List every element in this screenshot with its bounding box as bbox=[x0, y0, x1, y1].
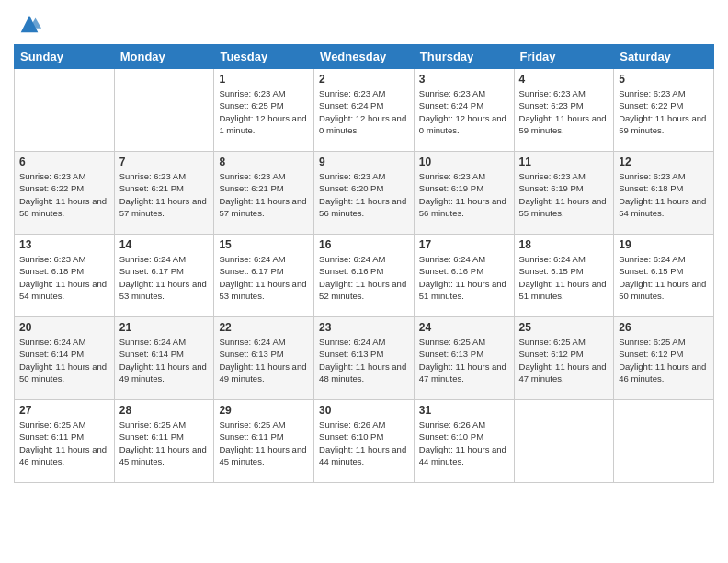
day-number: 3 bbox=[419, 73, 509, 86]
day-number: 26 bbox=[619, 321, 709, 334]
sunrise-text: Sunrise: 6:24 AM bbox=[119, 336, 210, 348]
sunrise-text: Sunrise: 6:23 AM bbox=[519, 87, 609, 99]
sunset-text: Sunset: 6:13 PM bbox=[419, 348, 509, 360]
daylight-text: Daylight: 11 hours and 49 minutes. bbox=[219, 361, 309, 385]
sunrise-text: Sunrise: 6:23 AM bbox=[619, 87, 709, 99]
sunrise-text: Sunrise: 6:24 AM bbox=[619, 253, 709, 265]
sunset-text: Sunset: 6:18 PM bbox=[619, 182, 709, 194]
sunrise-text: Sunrise: 6:24 AM bbox=[119, 253, 210, 265]
day-number: 9 bbox=[319, 155, 409, 168]
sunrise-text: Sunrise: 6:25 AM bbox=[419, 336, 509, 348]
calendar-cell: 18Sunrise: 6:24 AMSunset: 6:15 PMDayligh… bbox=[514, 235, 614, 317]
day-number: 30 bbox=[319, 404, 409, 417]
sunset-text: Sunset: 6:12 PM bbox=[519, 348, 609, 360]
sunrise-text: Sunrise: 6:24 AM bbox=[419, 253, 509, 265]
daylight-text: Daylight: 12 hours and 0 minutes. bbox=[319, 112, 409, 137]
sunset-text: Sunset: 6:14 PM bbox=[19, 348, 109, 360]
day-number: 23 bbox=[319, 321, 409, 334]
calendar-cell bbox=[114, 69, 214, 152]
calendar-cell: 10Sunrise: 6:23 AMSunset: 6:19 PMDayligh… bbox=[414, 152, 514, 235]
sunrise-text: Sunrise: 6:24 AM bbox=[19, 336, 109, 348]
day-number: 18 bbox=[519, 238, 609, 251]
day-info: Sunrise: 6:23 AMSunset: 6:24 PMDaylight:… bbox=[319, 87, 409, 136]
daylight-text: Daylight: 11 hours and 50 minutes. bbox=[19, 361, 109, 385]
day-number: 7 bbox=[119, 155, 210, 168]
calendar-cell: 21Sunrise: 6:24 AMSunset: 6:14 PMDayligh… bbox=[114, 317, 214, 400]
day-info: Sunrise: 6:25 AMSunset: 6:12 PMDaylight:… bbox=[619, 336, 709, 385]
sunrise-text: Sunrise: 6:23 AM bbox=[619, 170, 709, 182]
day-info: Sunrise: 6:24 AMSunset: 6:13 PMDaylight:… bbox=[319, 336, 409, 385]
day-info: Sunrise: 6:25 AMSunset: 6:11 PMDaylight:… bbox=[219, 419, 309, 467]
sunset-text: Sunset: 6:13 PM bbox=[319, 348, 409, 360]
sunrise-text: Sunrise: 6:24 AM bbox=[219, 253, 309, 265]
day-info: Sunrise: 6:24 AMSunset: 6:14 PMDaylight:… bbox=[119, 336, 210, 385]
logo bbox=[14, 13, 42, 37]
calendar-cell: 19Sunrise: 6:24 AMSunset: 6:15 PMDayligh… bbox=[614, 235, 714, 317]
sunset-text: Sunset: 6:11 PM bbox=[19, 431, 109, 442]
sunset-text: Sunset: 6:15 PM bbox=[619, 265, 709, 277]
sunrise-text: Sunrise: 6:23 AM bbox=[19, 253, 109, 265]
day-number: 31 bbox=[419, 404, 509, 417]
day-number: 17 bbox=[419, 238, 509, 251]
calendar-cell: 8Sunrise: 6:23 AMSunset: 6:21 PMDaylight… bbox=[214, 152, 314, 235]
daylight-text: Daylight: 11 hours and 54 minutes. bbox=[619, 195, 709, 220]
calendar-cell: 14Sunrise: 6:24 AMSunset: 6:17 PMDayligh… bbox=[114, 235, 214, 317]
daylight-text: Daylight: 11 hours and 51 minutes. bbox=[419, 278, 509, 303]
day-info: Sunrise: 6:23 AMSunset: 6:22 PMDaylight:… bbox=[19, 170, 109, 219]
week-row-4: 20Sunrise: 6:24 AMSunset: 6:14 PMDayligh… bbox=[15, 317, 714, 400]
daylight-text: Daylight: 12 hours and 1 minute. bbox=[219, 112, 309, 137]
sunrise-text: Sunrise: 6:24 AM bbox=[519, 253, 609, 265]
day-number: 25 bbox=[519, 321, 609, 334]
sunrise-text: Sunrise: 6:23 AM bbox=[419, 87, 509, 99]
calendar-cell: 22Sunrise: 6:24 AMSunset: 6:13 PMDayligh… bbox=[214, 317, 314, 400]
calendar-cell: 17Sunrise: 6:24 AMSunset: 6:16 PMDayligh… bbox=[414, 235, 514, 317]
weekday-header-row: SundayMondayTuesdayWednesdayThursdayFrid… bbox=[15, 45, 714, 69]
calendar-cell: 1Sunrise: 6:23 AMSunset: 6:25 PMDaylight… bbox=[214, 69, 314, 152]
calendar-cell: 2Sunrise: 6:23 AMSunset: 6:24 PMDaylight… bbox=[314, 69, 415, 152]
sunrise-text: Sunrise: 6:23 AM bbox=[19, 170, 109, 182]
calendar-cell: 26Sunrise: 6:25 AMSunset: 6:12 PMDayligh… bbox=[614, 317, 714, 400]
day-number: 29 bbox=[219, 404, 309, 417]
sunset-text: Sunset: 6:11 PM bbox=[119, 431, 210, 442]
sunset-text: Sunset: 6:10 PM bbox=[419, 431, 509, 442]
day-number: 15 bbox=[219, 238, 309, 251]
sunrise-text: Sunrise: 6:25 AM bbox=[219, 419, 309, 431]
daylight-text: Daylight: 11 hours and 49 minutes. bbox=[119, 361, 210, 385]
day-info: Sunrise: 6:26 AMSunset: 6:10 PMDaylight:… bbox=[319, 419, 409, 467]
page: SundayMondayTuesdayWednesdayThursdayFrid… bbox=[0, 0, 728, 563]
sunset-text: Sunset: 6:25 PM bbox=[219, 99, 309, 111]
day-number: 14 bbox=[119, 238, 210, 251]
daylight-text: Daylight: 11 hours and 59 minutes. bbox=[619, 112, 709, 137]
calendar-cell: 5Sunrise: 6:23 AMSunset: 6:22 PMDaylight… bbox=[614, 69, 714, 152]
week-row-3: 13Sunrise: 6:23 AMSunset: 6:18 PMDayligh… bbox=[15, 235, 714, 317]
sunset-text: Sunset: 6:19 PM bbox=[519, 182, 609, 194]
day-info: Sunrise: 6:24 AMSunset: 6:13 PMDaylight:… bbox=[219, 336, 309, 385]
sunrise-text: Sunrise: 6:24 AM bbox=[319, 253, 409, 265]
sunrise-text: Sunrise: 6:23 AM bbox=[319, 87, 409, 99]
day-info: Sunrise: 6:24 AMSunset: 6:17 PMDaylight:… bbox=[119, 253, 210, 302]
day-info: Sunrise: 6:23 AMSunset: 6:25 PMDaylight:… bbox=[219, 87, 309, 136]
sunset-text: Sunset: 6:24 PM bbox=[319, 99, 409, 111]
day-info: Sunrise: 6:23 AMSunset: 6:18 PMDaylight:… bbox=[19, 253, 109, 302]
sunset-text: Sunset: 6:11 PM bbox=[219, 431, 309, 442]
sunset-text: Sunset: 6:16 PM bbox=[419, 265, 509, 277]
sunrise-text: Sunrise: 6:23 AM bbox=[219, 87, 309, 99]
day-info: Sunrise: 6:23 AMSunset: 6:19 PMDaylight:… bbox=[519, 170, 609, 219]
sunset-text: Sunset: 6:13 PM bbox=[219, 348, 309, 360]
day-info: Sunrise: 6:25 AMSunset: 6:13 PMDaylight:… bbox=[419, 336, 509, 385]
sunset-text: Sunset: 6:16 PM bbox=[319, 265, 409, 277]
sunrise-text: Sunrise: 6:25 AM bbox=[519, 336, 609, 348]
daylight-text: Daylight: 11 hours and 58 minutes. bbox=[19, 195, 109, 220]
sunrise-text: Sunrise: 6:25 AM bbox=[619, 336, 709, 348]
sunset-text: Sunset: 6:21 PM bbox=[119, 182, 210, 194]
daylight-text: Daylight: 11 hours and 51 minutes. bbox=[519, 278, 609, 303]
calendar-cell: 28Sunrise: 6:25 AMSunset: 6:11 PMDayligh… bbox=[114, 400, 214, 483]
sunset-text: Sunset: 6:17 PM bbox=[119, 265, 210, 277]
day-number: 1 bbox=[219, 73, 309, 86]
day-number: 10 bbox=[419, 155, 509, 168]
calendar-cell bbox=[514, 400, 614, 483]
sunset-text: Sunset: 6:10 PM bbox=[319, 431, 409, 442]
day-info: Sunrise: 6:23 AMSunset: 6:22 PMDaylight:… bbox=[619, 87, 709, 136]
sunrise-text: Sunrise: 6:26 AM bbox=[419, 419, 509, 431]
calendar-cell: 25Sunrise: 6:25 AMSunset: 6:12 PMDayligh… bbox=[514, 317, 614, 400]
